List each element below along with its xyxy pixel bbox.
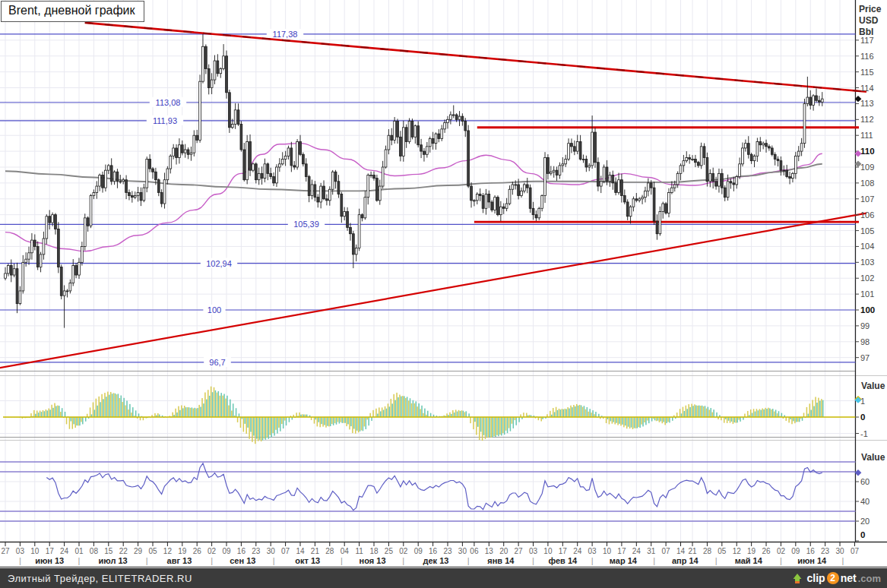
day-tick-label: 28 bbox=[703, 547, 712, 555]
day-tick-label: 28 bbox=[325, 547, 334, 555]
month-label: май 14 bbox=[735, 556, 763, 565]
support-line-label: 105,39 bbox=[293, 220, 319, 229]
month-label: сен 13 bbox=[230, 556, 255, 565]
month-separator: | bbox=[841, 556, 844, 565]
screenshot-root: 117,38113,08111,93105,39102,9410096,7Pri… bbox=[0, 0, 887, 588]
day-tick-label: 01 bbox=[74, 547, 84, 555]
day-tick-label: 29 bbox=[134, 547, 143, 555]
chart-title-box: Brent, дневной график bbox=[1, 1, 144, 22]
clip2net-word-clip: clip bbox=[807, 572, 825, 584]
day-tick-label: 09 bbox=[222, 547, 231, 555]
day-tick-label: 04 bbox=[341, 547, 350, 555]
price-tick-label: 104 bbox=[860, 242, 874, 251]
price-tick-label: 109 bbox=[860, 163, 874, 172]
day-tick-label: 02 bbox=[777, 547, 786, 555]
price-tick-label: 114 bbox=[860, 84, 874, 93]
day-tick-label: 19 bbox=[747, 547, 756, 555]
upload-arrow-icon bbox=[793, 572, 806, 584]
month-separator: | bbox=[591, 556, 594, 565]
day-tick-label: 20 bbox=[499, 547, 508, 555]
day-tick-label: 07 bbox=[662, 547, 671, 555]
day-tick-label: 06 bbox=[470, 547, 479, 555]
right-axis-layer: PriceUSDBbl11711611511411311211111010910… bbox=[856, 4, 885, 541]
month-label: мар 14 bbox=[610, 556, 638, 565]
day-tick-label: 10 bbox=[603, 547, 612, 555]
price-tick-label: 105 bbox=[860, 226, 874, 236]
price-tick-label: 103 bbox=[860, 258, 874, 267]
day-tick-label: 03 bbox=[16, 547, 25, 555]
day-tick-label: 14 bbox=[296, 547, 305, 555]
day-tick-label: 13 bbox=[485, 547, 494, 555]
oscillator-histogram-layer bbox=[3, 387, 856, 444]
rsi-tick-label: 40 bbox=[860, 497, 870, 506]
month-label: фев 14 bbox=[548, 556, 578, 565]
day-tick-label: 18 bbox=[369, 547, 379, 555]
day-tick-label: 23 bbox=[443, 547, 452, 555]
price-tick-label: 106 bbox=[860, 210, 874, 220]
day-tick-label: 26 bbox=[193, 547, 202, 555]
month-separator: | bbox=[211, 556, 213, 565]
month-label: окт 13 bbox=[295, 556, 320, 565]
month-separator: | bbox=[19, 556, 21, 565]
month-label: авг 13 bbox=[167, 556, 192, 565]
price-axis-header: USD bbox=[859, 15, 879, 26]
month-separator: | bbox=[780, 556, 782, 565]
day-tick-label: 09 bbox=[414, 547, 423, 555]
day-tick-label: 11 bbox=[355, 547, 363, 555]
day-tick-label: 24 bbox=[632, 547, 641, 555]
price-tick-label: 116 bbox=[860, 52, 874, 61]
day-tick-label: 03 bbox=[588, 547, 597, 555]
price-tick-label: 113 bbox=[860, 99, 874, 108]
panel-frame-layer bbox=[0, 0, 887, 567]
month-separator: | bbox=[78, 556, 81, 565]
trading-chart-canvas[interactable]: 117,38113,08111,93105,39102,9410096,7Pri… bbox=[0, 0, 887, 568]
day-tick-label: 12 bbox=[733, 547, 742, 555]
month-label: ноя 13 bbox=[360, 556, 386, 565]
grid-layer bbox=[0, 0, 856, 542]
day-tick-label: 09 bbox=[791, 547, 800, 555]
ma-slow bbox=[5, 164, 822, 191]
day-tick-label: 10 bbox=[30, 547, 40, 555]
chart-title: Brent, дневной график bbox=[8, 4, 135, 17]
month-label: янв 14 bbox=[487, 556, 515, 565]
candles-layer bbox=[5, 34, 824, 328]
oscillator-tick-label: 0 bbox=[860, 413, 865, 422]
day-tick-label: 30 bbox=[458, 547, 467, 555]
day-tick-label: 03 bbox=[529, 547, 538, 555]
day-tick-label: 16 bbox=[429, 547, 438, 555]
x-axis-layer: 2703101724010815222905121926020916233007… bbox=[1, 542, 859, 565]
day-tick-label: 30 bbox=[267, 547, 276, 555]
price-tick-label: 107 bbox=[860, 194, 874, 204]
day-tick-label: 07 bbox=[851, 547, 860, 555]
day-tick-label: 02 bbox=[399, 547, 408, 555]
month-separator: | bbox=[653, 556, 655, 565]
rsi-tick-label: 0 bbox=[860, 530, 865, 539]
price-tick-label: 98 bbox=[860, 337, 870, 346]
day-tick-label: 23 bbox=[821, 547, 830, 555]
moving-averages-layer bbox=[5, 144, 822, 251]
day-tick-label: 07 bbox=[281, 547, 290, 555]
footer-credit: Элитный Трейдер, ELITETRADER.RU bbox=[8, 573, 192, 584]
day-tick-label: 31 bbox=[647, 547, 656, 555]
clip2net-logo[interactable]: clip 2 net .com bbox=[793, 572, 881, 584]
price-tick-label: 110 bbox=[860, 147, 875, 156]
day-tick-label: 15 bbox=[104, 547, 113, 555]
day-tick-label: 17 bbox=[617, 547, 626, 555]
day-tick-label: 14 bbox=[676, 547, 686, 555]
support-line-label: 96,7 bbox=[209, 358, 225, 367]
day-tick-label: 19 bbox=[178, 547, 187, 555]
day-tick-label: 21 bbox=[311, 547, 320, 555]
oscillator-tick-label: -1 bbox=[860, 429, 868, 438]
day-tick-label: 17 bbox=[559, 547, 568, 555]
month-separator: | bbox=[532, 556, 534, 565]
day-tick-label: 26 bbox=[762, 547, 771, 555]
day-tick-label: 24 bbox=[60, 547, 69, 555]
price-tick-label: 112 bbox=[860, 115, 874, 124]
support-line-label: 113,08 bbox=[156, 98, 181, 107]
day-tick-label: 02 bbox=[207, 547, 217, 555]
support-line-label: 102,94 bbox=[206, 259, 232, 268]
support-line-label: 100 bbox=[207, 305, 221, 315]
month-separator: | bbox=[341, 556, 343, 565]
day-tick-label: 17 bbox=[46, 547, 55, 555]
rsi-tick-label: 20 bbox=[860, 517, 870, 526]
